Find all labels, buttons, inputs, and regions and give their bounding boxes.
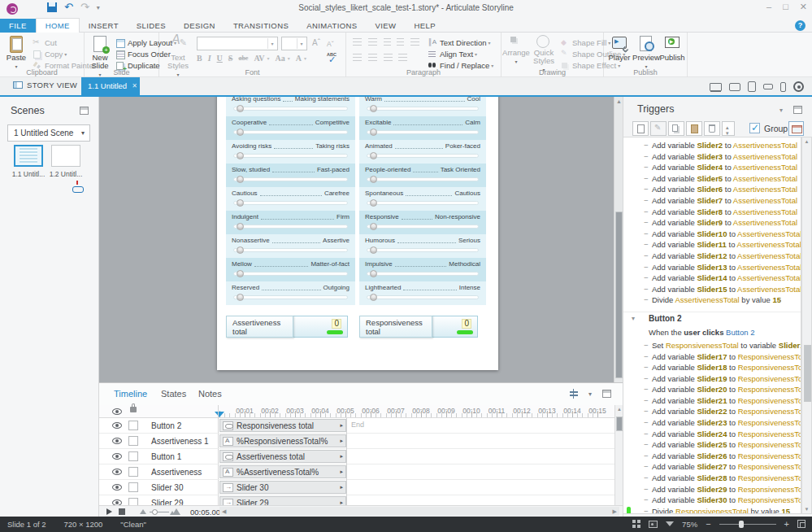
slider-track[interactable] [233,177,348,181]
story-view-tab[interactable]: STORY VIEW [13,81,77,89]
indent-increase-icon[interactable] [397,38,404,46]
tablet-landscape-icon[interactable] [729,83,740,91]
close-button[interactable]: ✕ [800,2,807,12]
font-toggle-abc[interactable]: abc [238,55,248,62]
text-direction-button[interactable]: Text Direction▾ [428,37,491,48]
trigger-item[interactable]: −Add variable Slider11 to AssertivenessT… [623,239,801,251]
lock-checkbox[interactable] [128,467,138,477]
zoom-in-button[interactable]: + [784,519,789,529]
triggers-scrollbar[interactable]: ▲ ▼ [801,137,812,514]
shrink-font-icon[interactable]: Aˇ [327,40,334,48]
slide-thumbnail-1-2[interactable] [51,145,80,167]
spell-check-icon[interactable] [327,52,340,65]
tab-notes[interactable]: Notes [198,389,222,399]
font-toggle-aa[interactable]: Aa [276,54,285,63]
trigger-item[interactable]: −Add variable Slider22 to Responsiveness… [623,406,801,417]
slider-track[interactable] [233,225,348,229]
trigger-item[interactable]: −Add variable Slider5 to AssertivenessTo… [623,173,801,185]
likert-cell[interactable]: MellowMatter-of-fact [226,258,355,281]
likert-row[interactable]: MellowMatter-of-factImpulsiveMethodical [226,258,486,281]
center-playhead-icon[interactable] [569,389,578,399]
slider-track[interactable] [233,130,348,134]
slider-thumb[interactable] [237,199,244,207]
track-expand-icon[interactable]: ▸ [340,484,343,491]
desktop-preview-icon[interactable] [710,83,722,91]
likert-row[interactable]: ReservedOutgoingLightheartedIntense [226,281,486,305]
triggers-scroll-down-icon[interactable]: ▼ [802,507,811,512]
slider-track[interactable] [233,295,348,299]
timeline-vertical-scrollbar[interactable]: ▲ [614,405,623,506]
line-spacing-icon[interactable] [410,38,419,46]
lock-all-icon[interactable] [130,407,137,412]
timeline-menu-caret-icon[interactable]: ▾ [588,390,592,398]
likert-cell[interactable]: AnimatedPoker-faced [359,140,486,164]
likert-cell[interactable]: WarmCool [359,97,486,116]
trigger-item[interactable]: −Add variable Slider24 to Responsiveness… [623,429,801,440]
likert-cell[interactable]: CautiousCarefree [226,187,355,211]
close-tab-icon[interactable]: ✕ [132,77,137,95]
phone-portrait-icon[interactable] [780,82,786,92]
preview-button[interactable]: Preview▾ [633,35,659,71]
slider-track[interactable] [367,248,479,252]
cut-button[interactable]: Cut [33,37,57,48]
timeline-zoom-knob[interactable] [152,509,158,515]
triggers-scrollbar-thumb[interactable] [804,345,811,402]
slider-thumb[interactable] [237,152,244,159]
timeline-track-bar[interactable]: Slider 30▸ [219,481,346,494]
scroll-right-icon[interactable]: ▶ [613,508,617,515]
trigger-item[interactable]: −Add variable Slider7 to AssertivenessTo… [623,195,801,207]
scenes-panel-menu-icon[interactable] [80,107,89,115]
bullets-icon[interactable] [353,38,362,46]
trigger-item[interactable]: −Add variable Slider13 to AssertivenessT… [623,262,801,273]
canvas-vertical-scrollbar[interactable]: ▲ [614,97,623,382]
font-toggle-i[interactable]: I [208,54,211,63]
triggers-panel-menu-icon[interactable] [793,106,802,114]
trigger-item[interactable]: −Add variable Slider3 to AssertivenessTo… [623,151,801,163]
player-button[interactable]: Player [607,35,632,62]
trigger-item[interactable]: −Add variable Slider15 to AssertivenessT… [623,284,801,295]
show-all-eye-icon[interactable] [112,408,122,415]
ribbon-tab-transitions[interactable]: TRANSITIONS [224,19,297,33]
likert-cell[interactable]: Slow, studiedFast-paced [226,164,355,187]
trigger-item[interactable]: −Add variable Slider14 to AssertivenessT… [623,273,801,284]
trigger-item[interactable]: −Add variable Slider10 to AssertivenessT… [623,229,801,240]
slider-track[interactable] [367,154,479,158]
trigger-item[interactable]: −Add variable Slider25 to Responsiveness… [623,439,801,451]
trigger-item[interactable]: −Add variable Slider18 to Responsiveness… [623,362,801,373]
visibility-eye-icon[interactable] [112,453,122,460]
scene-selector-dropdown[interactable]: 1 Untitled Scene [7,124,90,142]
likert-row[interactable]: Avoiding risksTaking risksAnimatedPoker-… [226,140,486,164]
play-button[interactable] [106,508,112,515]
trigger-item[interactable]: −Add variable Slider8 to AssertivenessTo… [623,207,801,218]
collapse-caret-icon[interactable]: ▾ [632,312,635,325]
likert-row[interactable]: IndulgentFirmResponsiveNon-responsive [226,211,486,234]
timeline-track-bar[interactable]: %ResponsivenessTotal%▸ [219,434,346,447]
slider-track[interactable] [233,248,348,252]
slide-view-tab[interactable]: 1.1 Untitled Sli... ✕ [81,77,140,95]
view-grid-icon[interactable] [632,520,640,528]
slider-track[interactable] [367,130,479,134]
new-trigger-button[interactable] [632,121,649,136]
stop-button[interactable] [119,508,125,515]
slider-thumb[interactable] [237,105,244,112]
font-toggle-av[interactable]: AV [254,54,264,63]
ribbon-tab-help[interactable]: HELP [405,19,444,33]
font-toggle-caret-icon[interactable]: ▾ [288,55,290,61]
trigger-item[interactable]: −Add variable Slider12 to AssertivenessT… [623,251,801,262]
paste-trigger-button[interactable] [686,121,702,136]
ribbon-tab-design[interactable]: DESIGN [175,19,224,33]
responsiveness-total-object[interactable]: Responsiveness total 0 [359,316,478,338]
slider-thumb[interactable] [370,270,377,277]
visibility-eye-icon[interactable] [112,484,122,491]
trigger-item[interactable]: −Add variable Slider23 to Responsiveness… [623,417,801,429]
trigger-item[interactable]: −Add variable Slider4 to AssertivenessTo… [623,162,801,173]
likert-cell[interactable]: HumorousSerious [359,234,486,258]
ribbon-tab-view[interactable]: VIEW [367,19,406,33]
slider-thumb[interactable] [370,246,377,254]
slider-thumb[interactable] [237,294,244,301]
slider-track[interactable] [367,177,479,181]
shape-fill-button[interactable]: Shape Fill▾ [560,37,610,48]
trigger-item[interactable]: −Add variable Slider29 to Responsiveness… [623,484,801,495]
lock-checkbox[interactable] [128,421,138,430]
likert-cell[interactable]: NonassertiveAssertive [226,234,355,258]
